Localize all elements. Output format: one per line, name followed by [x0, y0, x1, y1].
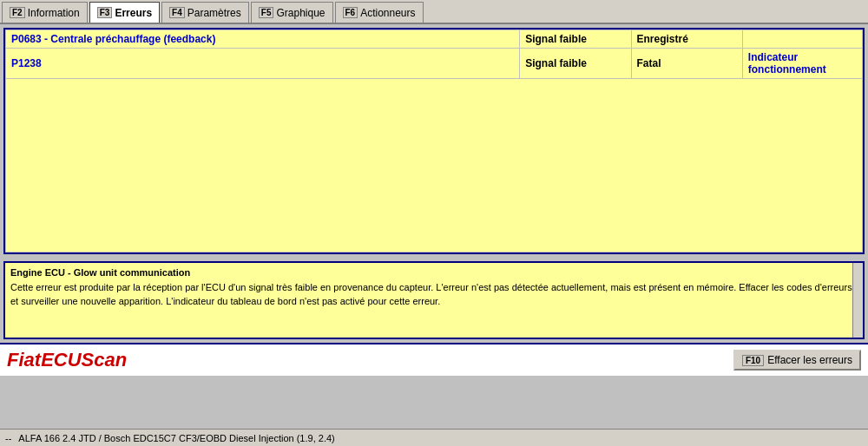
tab-information[interactable]: F2 Information: [2, 2, 88, 23]
tab-key-f6: F6: [343, 7, 358, 18]
description-scrollbar[interactable]: [852, 263, 863, 338]
tab-label-parametres: Paramètres: [187, 7, 241, 19]
description-area: Engine ECU - Glow unit communication Cet…: [3, 261, 865, 339]
empty-row: [6, 79, 863, 253]
status-bar: -- ALFA 166 2.4 JTD / Bosch EDC15C7 CF3/…: [0, 429, 868, 446]
error-code-p1238: P1238: [11, 57, 42, 69]
error-signal-p0683: Signal faible: [520, 30, 631, 49]
tab-erreurs[interactable]: F3 Erreurs: [89, 2, 160, 23]
brand-fiat: Fiat: [7, 349, 41, 371]
clear-label: Effacer les erreurs: [767, 354, 852, 366]
error-indicator-p1238: Indicateur fonctionnement: [742, 49, 862, 79]
bottom-bar: FiatECUScan F10 Effacer les erreurs: [0, 343, 868, 376]
brand-scan: Scan: [82, 349, 128, 371]
brand-ecu: ECU: [41, 349, 81, 371]
description-text: Cette erreur est produite par la récepti…: [10, 281, 858, 308]
tab-label-erreurs: Erreurs: [115, 7, 152, 19]
tab-key-f5: F5: [259, 7, 274, 18]
tab-label-actionneurs: Actionneurs: [360, 7, 415, 19]
tab-graphique[interactable]: F5 Graphique: [251, 2, 333, 23]
error-table: P0683 - Centrale préchauffage (feedback)…: [5, 30, 863, 253]
tab-label-graphique: Graphique: [276, 7, 325, 19]
tab-parametres[interactable]: F4 Paramètres: [161, 2, 249, 23]
brand-logo: FiatECUScan: [7, 349, 127, 371]
tab-label-information: Information: [28, 7, 80, 19]
tab-key-f3: F3: [97, 7, 113, 18]
table-row[interactable]: P0683 - Centrale préchauffage (feedback)…: [6, 30, 863, 49]
error-indicator-p0683: [742, 30, 862, 49]
status-divider: --: [5, 433, 11, 443]
error-signal-p1238: Signal faible: [520, 49, 631, 79]
content-area: P0683 - Centrale préchauffage (feedback)…: [0, 24, 868, 429]
status-text: ALFA 166 2.4 JTD / Bosch EDC15C7 CF3/EOB…: [18, 433, 334, 443]
error-status-p0683: Enregistré: [631, 30, 742, 49]
toolbar: F2 Information F3 Erreurs F4 Paramètres …: [0, 0, 868, 24]
clear-key: F10: [742, 355, 764, 366]
table-row[interactable]: P1238 Signal faible Fatal Indicateur fon…: [6, 49, 863, 79]
error-table-wrapper: P0683 - Centrale préchauffage (feedback)…: [3, 28, 865, 254]
tab-actionneurs[interactable]: F6 Actionneurs: [335, 2, 424, 23]
description-title: Engine ECU - Glow unit communication: [10, 266, 858, 279]
error-code-p0683: P0683 - Centrale préchauffage (feedback): [11, 33, 215, 45]
error-status-p1238: Fatal: [631, 49, 742, 79]
clear-errors-button[interactable]: F10 Effacer les erreurs: [733, 350, 861, 371]
tab-key-f4: F4: [169, 7, 185, 18]
tab-key-f2: F2: [10, 7, 25, 18]
